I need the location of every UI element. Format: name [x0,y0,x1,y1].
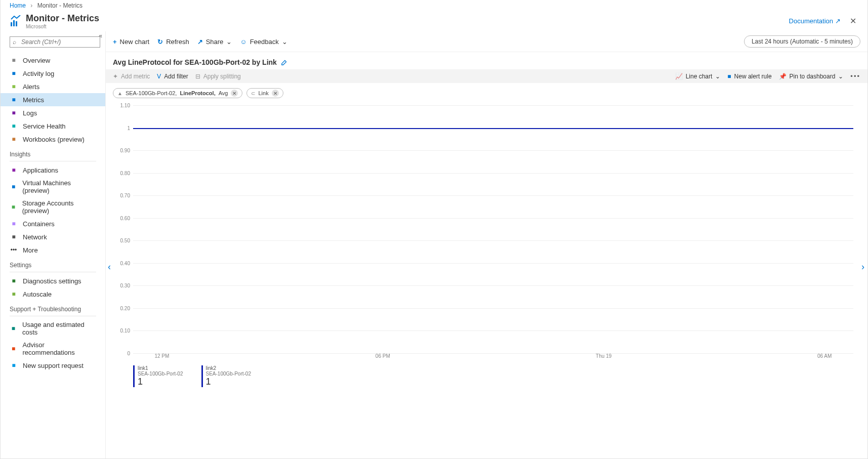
chevron-down-icon: ⌄ [838,73,843,80]
chevron-down-icon: ⌄ [282,38,287,46]
edit-title-button[interactable] [281,59,288,66]
more-actions-button[interactable]: ••• [850,72,860,80]
feedback-button[interactable]: ☺Feedback ⌄ [240,38,287,46]
sidebar-item-virtual-machines-preview-[interactable]: ■Virtual Machines (preview) [1,177,105,197]
new-alert-rule-button[interactable]: ■New alert rule [727,73,771,80]
filter-icon: ᐯ [157,73,161,80]
grid-line [133,308,853,309]
chart-next-button[interactable]: › [861,262,864,272]
sidebar-item-more[interactable]: •••More [1,243,105,257]
sidebar-search-input[interactable] [10,36,100,48]
add-metric-icon: ✦ [113,73,118,80]
legend-item[interactable]: link2SEA-100Gb-Port-021 [201,365,252,387]
remove-metric-button[interactable]: ✕ [231,90,238,97]
add-metric-button[interactable]: ✦Add metric [113,73,150,80]
breadcrumb: Home › Monitor - Metrics [1,0,867,12]
y-tick-label: 0.90 [120,148,130,153]
refresh-button[interactable]: ↻Refresh [157,38,189,46]
sidebar-item-service-health[interactable]: ■Service Health [1,119,105,133]
autoscale-icon: ■ [10,290,18,298]
sidebar-item-network[interactable]: ■Network [1,230,105,243]
main-toolbar: +New chart ↻Refresh ↗Share ⌄ ☺Feedback ⌄… [106,31,867,52]
split-pill[interactable]: ⊂ Link ✕ [246,88,283,98]
sidebar-item-usage-and-estimated-costs[interactable]: ■Usage and estimated costs [1,318,105,339]
sidebar-item-label: Advisor recommendations [22,341,96,356]
sidebar-heading-support: Support + Troubleshooting [1,301,105,314]
legend-series-name: link1 [138,365,183,371]
resource-icon: ▲ [117,91,122,96]
chevron-down-icon: ⌄ [715,73,720,80]
time-range-picker[interactable]: Last 24 hours (Automatic - 5 minutes) [744,35,860,48]
documentation-link[interactable]: Documentation ↗ [789,17,841,25]
pin-to-dashboard-button[interactable]: 📌Pin to dashboard ⌄ [779,73,844,80]
sidebar-item-label: Overview [23,57,50,64]
grid-line [133,218,853,219]
breadcrumb-home[interactable]: Home [10,2,26,9]
sidebar-item-label: Service Health [23,122,66,130]
sidebar-item-containers[interactable]: ■Containers [1,217,105,230]
sidebar-heading-settings: Settings [1,257,105,270]
sidebar-heading-insights: Insights [1,146,105,159]
sidebar-item-label: Autoscale [23,290,52,298]
alerts-icon: ■ [10,82,18,91]
sidebar-item-advisor-recommendations[interactable]: ■Advisor recommendations [1,339,105,359]
page-header: Monitor - Metrics Microsoft Documentatio… [1,12,867,31]
chart-x-axis: 12 PM06 PMThu 1906 AM [133,353,853,362]
add-filter-button[interactable]: ᐯAdd filter [157,73,188,80]
page-subtitle: Microsoft [26,24,789,29]
sidebar-item-label: Virtual Machines (preview) [22,179,96,194]
grid-line [133,240,853,241]
x-tick-label: 12 PM [154,353,169,359]
sidebar-item-workbooks-preview-[interactable]: ■Workbooks (preview) [1,133,105,146]
containers-icon: ■ [10,220,18,228]
sidebar-item-label: Network [23,233,47,241]
sidebar-item-label: Activity log [23,70,54,77]
sidebar-item-logs[interactable]: ■Logs [1,106,105,119]
metrics-icon: ■ [10,96,18,104]
metric-pill-resource: SEA-100Gb-Port-02, [126,90,177,96]
new-chart-button[interactable]: +New chart [113,38,149,46]
chart-plot[interactable]: 1.1010.900.800.700.600.500.400.300.200.1… [133,105,853,353]
sidebar-item-autoscale[interactable]: ■Autoscale [1,287,105,301]
sidebar-item-label: More [23,246,38,254]
sidebar-item-storage-accounts-preview-[interactable]: ■Storage Accounts (preview) [1,197,105,217]
breadcrumb-current: Monitor - Metrics [37,2,82,9]
y-tick-label: 0.60 [120,215,130,221]
plus-icon: + [113,38,117,46]
y-tick-label: 0.50 [120,238,130,243]
share-button[interactable]: ↗Share ⌄ [197,38,232,46]
legend-item[interactable]: link1SEA-100Gb-Port-021 [133,365,183,387]
refresh-icon: ↻ [157,38,163,46]
chart-legend: link1SEA-100Gb-Port-021link2SEA-100Gb-Po… [133,365,853,387]
svg-rect-1 [13,20,15,26]
support-icon: ■ [10,361,18,369]
vm-icon: ■ [10,183,17,191]
chart-type-selector[interactable]: 📈Line chart ⌄ [675,73,721,80]
advisor-icon: ■ [10,345,17,353]
y-tick-label: 1 [127,125,130,131]
sidebar-item-overview[interactable]: ■Overview [1,54,105,67]
y-tick-label: 1.10 [120,103,130,108]
apply-splitting-button[interactable]: ⊟Apply splitting [195,73,241,80]
sidebar-item-applications[interactable]: ■Applications [1,163,105,177]
y-tick-label: 0.20 [120,305,130,311]
close-button[interactable]: ✕ [848,16,858,26]
smiley-icon: ☺ [240,38,246,46]
sidebar-item-label: Usage and estimated costs [22,321,96,336]
sidebar-item-diagnostics-settings[interactable]: ■Diagnostics settings [1,274,105,287]
chart-series-line [133,128,853,129]
sidebar-item-label: Alerts [23,83,39,91]
chart-prev-button[interactable]: ‹ [108,262,111,272]
y-tick-label: 0.70 [120,193,130,198]
sidebar-item-metrics[interactable]: ■Metrics [1,93,105,106]
grid-line [133,285,853,286]
activity-log-icon: ■ [10,69,18,77]
remove-split-button[interactable]: ✕ [272,90,279,97]
metric-pill[interactable]: ▲ SEA-100Gb-Port-02, LineProtocol, Avg ✕ [113,88,242,98]
sidebar-item-label: Diagnostics settings [23,277,81,285]
chart-toolbar: ✦Add metric ᐯAdd filter ⊟Apply splitting… [106,69,867,83]
sidebar-item-alerts[interactable]: ■Alerts [1,80,105,93]
sidebar-item-activity-log[interactable]: ■Activity log [1,67,105,80]
sidebar-item-new-support-request[interactable]: ■New support request [1,359,105,372]
y-tick-label: 0.30 [120,283,130,288]
